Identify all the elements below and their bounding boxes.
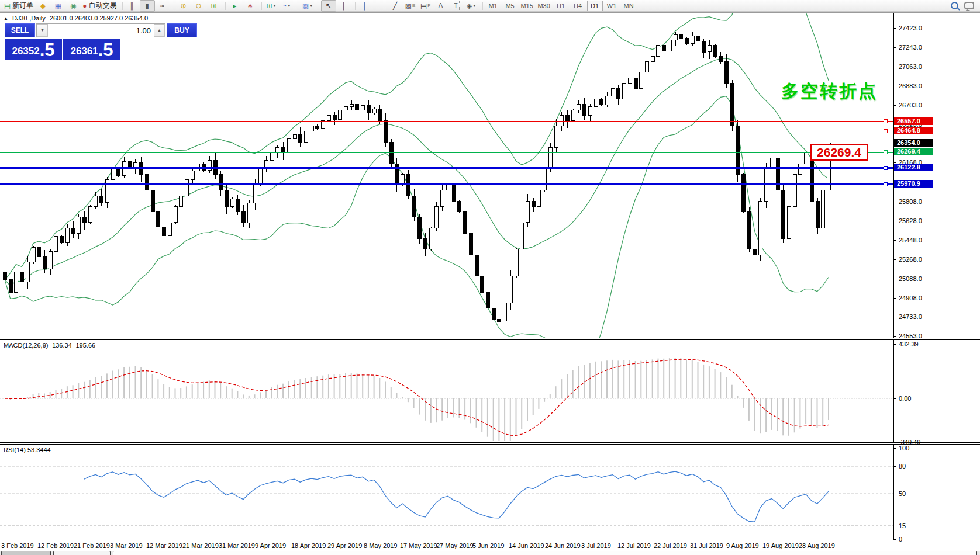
- time-axis-label: 8 May 2019: [364, 542, 397, 549]
- chart-tab[interactable]: [1, 551, 51, 555]
- search-icon[interactable]: [951, 2, 958, 9]
- new-order-button[interactable]: ▤新订单: [2, 0, 35, 12]
- level-line-handle[interactable]: [884, 182, 887, 186]
- timeframe-w1-button[interactable]: W1: [604, 1, 620, 11]
- new-order-button-label: 新订单: [12, 1, 33, 11]
- buy-button[interactable]: BUY: [167, 23, 197, 37]
- volume-decrease-button[interactable]: ▼: [37, 24, 48, 37]
- price-axis-line: [893, 13, 894, 540]
- chart-tab[interactable]: [113, 551, 977, 555]
- vertical-line-icon[interactable]: │: [357, 0, 372, 12]
- line-chart-icon[interactable]: ≈: [155, 0, 170, 12]
- tile-windows-icon[interactable]: ⊞: [206, 0, 222, 12]
- price-chart-canvas[interactable]: [0, 13, 893, 338]
- equidistant-channel-icon-glyph: ▨: [405, 1, 412, 11]
- level-line-handle[interactable]: [884, 129, 887, 133]
- axis-tick-label: 26883.0: [899, 82, 922, 89]
- buy-price-main: 26361: [70, 45, 98, 58]
- timeframe-d1-button[interactable]: D1: [587, 1, 603, 11]
- chart-tab[interactable]: [53, 551, 111, 555]
- time-axis-label: 21 Mar 2019: [182, 542, 219, 549]
- axis-tick-mark: [893, 466, 896, 467]
- rsi-panel-canvas[interactable]: [0, 445, 893, 540]
- volume-spinner: ▼ ▲: [36, 23, 165, 37]
- axis-tick-label: 80: [899, 463, 906, 470]
- timeframe-mn-button[interactable]: MN: [621, 1, 637, 11]
- new-chart-icon-glyph: ⊞: [267, 1, 272, 11]
- zoom-in-icon[interactable]: ⊕: [176, 0, 191, 12]
- timeframe-m5-button[interactable]: M5: [502, 1, 518, 11]
- axis-tick-label: 0: [899, 536, 902, 543]
- timeframe-m15-button[interactable]: M15: [519, 1, 535, 11]
- indicators-button[interactable]: ▨▾: [300, 0, 315, 12]
- axis-tick-label: 25808.0: [899, 198, 922, 205]
- chart-shift-icon[interactable]: ∗: [243, 0, 258, 12]
- buy-price-display[interactable]: 26361 .5: [63, 39, 120, 60]
- auto-scroll-icon-glyph: ▸: [233, 1, 237, 11]
- level-line-handle[interactable]: [884, 150, 887, 154]
- auto-scroll-icon[interactable]: ▸: [227, 0, 243, 12]
- time-axis-label: 9 Aug 2019: [726, 542, 759, 549]
- arrows-icon[interactable]: ◈▾: [464, 0, 479, 12]
- axis-tick-mark: [893, 28, 896, 29]
- cursor-icon[interactable]: ↖: [321, 0, 336, 12]
- terminal-icon[interactable]: ▦: [50, 0, 65, 12]
- axis-tick-mark: [893, 317, 896, 317]
- time-axis-label: 22 Jul 2019: [654, 542, 687, 549]
- horizontal-line-icon[interactable]: ─: [372, 0, 388, 12]
- arrows-icon-glyph: ◈: [467, 1, 472, 11]
- buy-button-label: BUY: [174, 26, 189, 34]
- axis-tick-mark: [893, 442, 896, 443]
- axis-tick-label: 26703.0: [899, 102, 922, 109]
- periodicity-button-caret[interactable]: ▾: [288, 3, 290, 8]
- one-click-trading-panel: SELL ▼ ▲ BUY 26352 .5 26361 .5: [5, 23, 120, 60]
- time-axis-label: 21 Feb 2019: [74, 542, 110, 549]
- signals-icon[interactable]: ◉: [65, 0, 81, 12]
- timeframe-h1-button[interactable]: H1: [553, 1, 569, 11]
- new-chart-button-caret[interactable]: ▾: [274, 3, 276, 8]
- trendline-icon[interactable]: ╱: [388, 0, 403, 12]
- timeframe-m30-button[interactable]: M30: [536, 1, 552, 11]
- volume-increase-button[interactable]: ▲: [154, 24, 165, 37]
- crosshair-icon[interactable]: ┼: [336, 0, 351, 12]
- fibonacci-icon[interactable]: ▤F: [418, 0, 433, 12]
- panel-separator[interactable]: [0, 442, 980, 445]
- axis-tick-label: 25268.0: [899, 256, 922, 263]
- collapse-panel-toggle[interactable]: ▲: [4, 16, 8, 21]
- buy-price-fraction: .5: [98, 41, 113, 59]
- sell-button[interactable]: SELL: [5, 23, 35, 37]
- macd-panel-canvas[interactable]: [0, 340, 893, 442]
- periodicity-button[interactable]: ◔▾: [279, 0, 294, 12]
- chat-icon[interactable]: [964, 2, 974, 9]
- zoom-out-icon[interactable]: ⊖: [191, 0, 206, 12]
- price-level-box[interactable]: 26269.4: [810, 144, 868, 161]
- text-label-icon[interactable]: T: [448, 0, 464, 12]
- market-watch-icon[interactable]: ◆: [35, 0, 50, 12]
- arrows-icon-caret[interactable]: ▾: [473, 3, 475, 8]
- indicators-button-caret[interactable]: ▾: [310, 3, 312, 8]
- timeframe-m1-button[interactable]: M1: [485, 1, 501, 11]
- time-axis-label: 12 Mar 2019: [146, 542, 182, 549]
- candlestick-chart-icon[interactable]: ▮: [140, 0, 155, 12]
- level-line-handle[interactable]: [884, 119, 887, 123]
- horizontal-level-lines[interactable]: [0, 119, 893, 186]
- candlestick-chart-icon-glyph: ▮: [145, 1, 149, 11]
- axis-tick-label: 27063.0: [899, 63, 922, 70]
- level-line-handle[interactable]: [884, 166, 887, 169]
- axis-tick-label: 25088.0: [899, 275, 922, 282]
- sell-price-display[interactable]: 26352 .5: [5, 39, 62, 60]
- axis-tick-mark: [893, 344, 896, 345]
- timeframe-h4-button[interactable]: H4: [570, 1, 586, 11]
- sell-button-label: SELL: [11, 26, 29, 34]
- equidistant-channel-icon[interactable]: ▨E: [403, 0, 418, 12]
- volume-input[interactable]: [48, 24, 154, 37]
- panel-separator[interactable]: [0, 338, 980, 340]
- toolbar-separator: [315, 2, 319, 10]
- text-icon-glyph: A: [439, 1, 443, 11]
- text-icon[interactable]: A: [433, 0, 448, 12]
- time-axis-label: 29 Apr 2019: [327, 542, 362, 549]
- new-chart-button[interactable]: ⊞▾: [264, 0, 279, 12]
- autotrading-button[interactable]: ●自动交易: [81, 0, 118, 12]
- bar-chart-icon[interactable]: ╫: [125, 0, 140, 12]
- axis-tick-label: 24553.0: [899, 332, 922, 339]
